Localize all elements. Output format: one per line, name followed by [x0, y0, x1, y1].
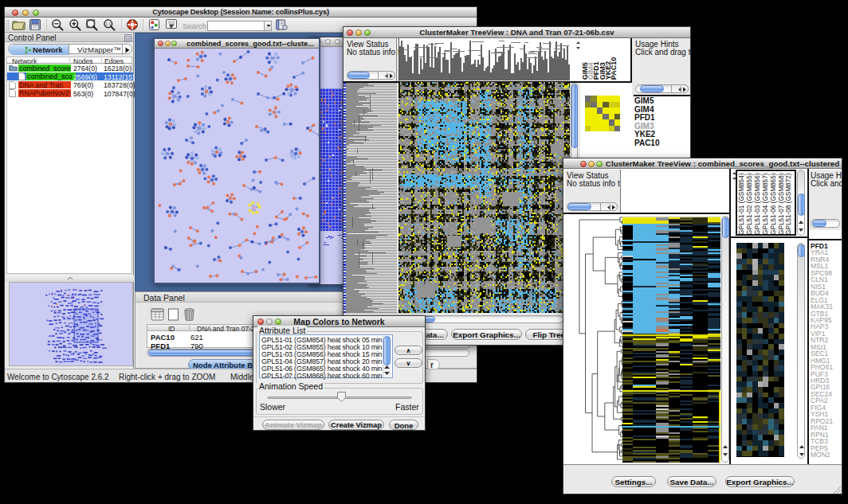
svg-text:1:1: 1:1: [105, 21, 111, 26]
